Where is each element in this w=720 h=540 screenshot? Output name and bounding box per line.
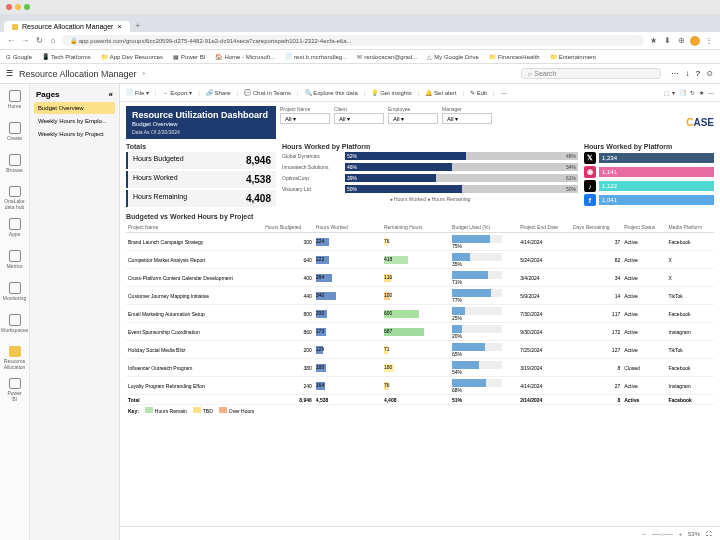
toolbar-item[interactable]: 🔔 Set alert <box>425 89 456 96</box>
bookmark-item[interactable]: GGoogle <box>6 54 32 60</box>
table-header[interactable]: Hours Worked <box>314 222 382 233</box>
bookmark-item[interactable]: 📁App Dev Resources <box>101 53 163 60</box>
max-dot[interactable] <box>24 4 30 10</box>
help-icon[interactable]: ? <box>695 69 699 78</box>
toolbar-item[interactable]: → Export ▾ <box>163 89 193 96</box>
table-key: Key:Hours RemainTBDOver Hours <box>126 405 714 416</box>
browser-tab[interactable]: Resource Allocation Manager × <box>4 21 130 32</box>
table-row[interactable]: Influencer Outreach Program 380 180 180 … <box>126 359 714 377</box>
toolbar-right-icon[interactable]: ↻ <box>690 89 695 96</box>
rail-item-apps[interactable]: Apps <box>6 218 24 242</box>
new-tab-button[interactable]: + <box>130 19 147 32</box>
bookmark-item[interactable]: △My Google Drive <box>427 53 479 60</box>
chevron-right-icon: › <box>143 69 146 78</box>
table-row[interactable]: Email Marketing Automation Setup 800 200… <box>126 305 714 323</box>
table-row[interactable]: Holiday Social Media Blitz 200 129 71 65… <box>126 341 714 359</box>
more-icon[interactable]: ⋯ <box>671 69 679 78</box>
download-icon[interactable]: ⬇ <box>662 36 672 46</box>
rail-item-create[interactable]: Create <box>6 122 24 146</box>
table-header[interactable]: Hours Budgeted <box>263 222 314 233</box>
star-icon[interactable]: ★ <box>648 36 658 46</box>
account-icon[interactable]: ☺ <box>706 69 714 78</box>
nav-forward-icon[interactable]: → <box>20 36 30 46</box>
hamburger-icon[interactable]: ☰ <box>6 69 13 78</box>
toolbar-right-icon[interactable]: ⬚ ▾ <box>664 89 675 96</box>
min-dot[interactable] <box>15 4 21 10</box>
download-app-icon[interactable]: ↓ <box>685 69 689 78</box>
bookmark-item[interactable]: 📁FinancesHealth <box>489 53 540 60</box>
fit-page-icon[interactable]: ⛶ <box>706 531 712 537</box>
table-header[interactable]: Project Name <box>126 222 263 233</box>
toolbar-item[interactable]: 💬 Chat in Teams <box>244 89 291 96</box>
zoom-in-icon[interactable]: + <box>678 531 682 537</box>
rail-item-workspaces[interactable]: Workspaces <box>6 314 24 338</box>
page-item[interactable]: Weekly Hours by Emplo... <box>34 115 115 127</box>
collapse-pages-icon[interactable]: « <box>109 90 113 99</box>
filter-dropdown[interactable]: All ▾ <box>388 113 438 124</box>
toolbar-item[interactable]: 🔍 Explore this data <box>305 89 358 96</box>
toolbar-item[interactable]: 📄 File ▾ <box>126 89 149 96</box>
profile-icon[interactable] <box>690 36 700 46</box>
bookmark-item[interactable]: 📄rest.b.mcrhandleg... <box>285 53 347 60</box>
nav-reload-icon[interactable]: ↻ <box>34 36 44 46</box>
summary-row: Totals Hours Budgeted8,946Hours Worked4,… <box>126 143 714 209</box>
lock-icon: 🔒 <box>70 38 77 44</box>
page-item[interactable]: Weekly Hours by Project <box>34 128 115 140</box>
table-header[interactable]: Media Platform <box>667 222 714 233</box>
mac-titlebar <box>0 0 720 14</box>
filter-dropdown[interactable]: All ▾ <box>442 113 492 124</box>
platform-icon: f <box>584 194 596 206</box>
totals-section: Totals Hours Budgeted8,946Hours Worked4,… <box>126 143 276 209</box>
toolbar-item[interactable]: 💡 Get insights <box>371 89 411 96</box>
table-row[interactable]: Competitor Market Analysis Report 640 22… <box>126 251 714 269</box>
filter-dropdown[interactable]: All ▾ <box>280 113 330 124</box>
table-row[interactable]: Brand Launch Campaign Strategy 300 224 7… <box>126 233 714 251</box>
toolbar-item[interactable]: ⋯ <box>501 89 507 96</box>
rail-item-power-bi[interactable]: Power BI <box>6 378 24 402</box>
toolbar-item[interactable]: ✎ Edit <box>470 89 487 96</box>
tab-close-icon[interactable]: × <box>117 23 121 30</box>
rail-item-onelake-data-hub[interactable]: OneLake data hub <box>6 186 24 210</box>
platform-bar-row: ♪1,122 <box>584 180 714 192</box>
bookmark-item[interactable]: 📱Tech Platforms <box>42 53 91 60</box>
title-block: Resource Utilization Dashboard Budget Ov… <box>126 106 276 139</box>
rail-item-home[interactable]: Home <box>6 90 24 114</box>
bookmark-item[interactable]: 📁Entertainment <box>550 53 596 60</box>
rail-item-resource-allocation[interactable]: Resource Allocation <box>6 346 24 370</box>
rail-item-monitoring[interactable]: Monitoring <box>6 282 24 306</box>
close-dot[interactable] <box>6 4 12 10</box>
table-row[interactable]: Event Sponsorship Coordination 860 173 6… <box>126 323 714 341</box>
bookmark-item[interactable]: ▦Power BI <box>173 53 205 60</box>
toolbar-right-icon[interactable]: ⋯ <box>708 89 714 96</box>
table-header[interactable]: Project End Date <box>518 222 571 233</box>
rail-item-browse[interactable]: Browse <box>6 154 24 178</box>
table-header[interactable]: Remaining Hours <box>382 222 450 233</box>
total-card: Hours Remaining4,408 <box>126 190 276 207</box>
table-row[interactable]: Cross-Platform Content Calendar Developm… <box>126 269 714 287</box>
client-bar-row: Innovatech Solutions46%54% <box>282 163 578 171</box>
table-header[interactable]: Project Status <box>622 222 666 233</box>
zoom-slider[interactable]: ──○── <box>652 531 673 537</box>
bookmark-item[interactable]: ✉rerdocacan@grad... <box>357 53 417 60</box>
url-input[interactable]: 🔒 app.powerbi.com/groups/6cc20599-d275-4… <box>62 35 644 46</box>
bookmark-item[interactable]: 🏠Home - Microsoft... <box>215 53 275 60</box>
toolbar-right-icon[interactable]: 📑 <box>679 89 686 96</box>
table-header[interactable]: Days Remaining <box>571 222 622 233</box>
search-input[interactable]: ⌕ Search <box>521 68 661 79</box>
menu-icon[interactable]: ⋮ <box>704 36 714 46</box>
toolbar-right-icon[interactable]: ★ <box>699 89 704 96</box>
toolbar-item[interactable]: 🔗 Share <box>206 89 231 96</box>
nav-back-icon[interactable]: ← <box>6 36 16 46</box>
report-date: Data As Of 2/20/2024 <box>132 129 270 135</box>
page-item[interactable]: Budget Overview <box>34 102 115 114</box>
nav-home-icon[interactable]: ⌂ <box>48 36 58 46</box>
zoom-out-icon[interactable]: − <box>642 531 646 537</box>
rail-item-metrics[interactable]: Metrics <box>6 250 24 274</box>
table-row[interactable]: Customer Journey Mapping Initiative 440 … <box>126 287 714 305</box>
table-header[interactable]: Budget Used (%) <box>450 222 518 233</box>
left-nav-rail: HomeCreateBrowseOneLake data hubAppsMetr… <box>0 84 30 540</box>
filter-dropdown[interactable]: All ▾ <box>334 113 384 124</box>
table-row[interactable]: Loyalty Program Rebranding Effort 240 16… <box>126 377 714 395</box>
extensions-icon[interactable]: ⊕ <box>676 36 686 46</box>
report-body: Resource Utilization Dashboard Budget Ov… <box>120 102 720 526</box>
